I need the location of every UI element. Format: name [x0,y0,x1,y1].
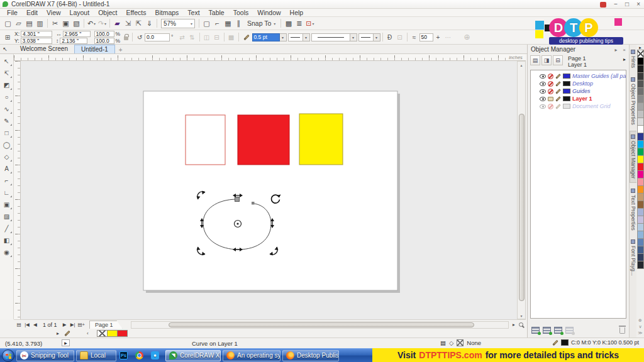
line-style-dropdown[interactable] [311,33,350,41]
menu-object[interactable]: Object [94,9,121,16]
menu-text[interactable]: Text [183,9,204,16]
scale-h-field[interactable]: 100.0 [94,31,114,37]
drawing-canvas[interactable] [21,61,517,319]
end-arrowhead-dropdown[interactable] [358,33,374,41]
options-button[interactable]: ▩ [283,18,294,29]
new-master-layer-all-button[interactable] [543,327,551,334]
taskbar-button-photoshop[interactable]: Ps [118,350,132,361]
last-page-button[interactable]: ▶| [70,322,76,327]
layer-edit-icon[interactable] [555,104,560,109]
show-grid-button[interactable]: ▦ [223,18,233,29]
layer-edit-icon[interactable] [555,74,560,79]
docker-close-icon[interactable]: × [623,47,626,53]
show-guidelines-button[interactable]: ∥ [233,18,244,29]
layer-color-swatch[interactable] [563,74,570,79]
layer-color-swatch[interactable] [563,89,570,94]
layer-color-swatch[interactable] [563,104,570,109]
object-properties-button[interactable]: ⊡ [395,32,405,42]
menu-window[interactable]: Window [253,9,285,16]
rotation-angle-field[interactable]: 0.0 [145,33,170,41]
line-style-caret-icon[interactable]: ▾ [350,33,357,41]
smoothing-field[interactable]: 50 [419,33,433,41]
start-arrowhead-dropdown[interactable] [288,33,303,41]
horizontal-scroll-thumb[interactable] [169,322,474,327]
weld-button[interactable]: ⊟ [212,32,222,42]
start-button[interactable] [2,349,14,362]
drop-shadow-tool[interactable]: ▣ [1,199,13,210]
zoom-tool[interactable]: ○ [1,92,13,102]
layer-row-desktop[interactable]: Desktop [531,80,626,87]
object-height-field[interactable]: 2.136 " [60,38,87,44]
docker-flyout-icon[interactable]: ▸ [615,47,618,53]
welcome-screen-dropdown-button[interactable]: ⊡▾ [304,18,315,29]
layer-edit-icon[interactable] [555,96,560,101]
doc-palette-color-swatch[interactable] [117,330,128,337]
add-page-button[interactable]: ▤+ [78,322,85,327]
group-button[interactable]: ▩ [226,32,236,42]
layer-row-master-guides-all-pages-[interactable]: Master Guides (all pages) [531,72,626,80]
doc-palette-no-color-swatch[interactable] [97,330,108,337]
corel-connect-button[interactable]: ▰ [112,18,123,29]
palette-scroll-left-icon[interactable]: ‹ [87,331,89,336]
object-width-field[interactable]: 2.965 " [63,31,91,37]
layer-print-icon[interactable] [548,74,553,79]
end-arrowhead-caret-icon[interactable]: ▾ [374,33,380,41]
menu-bitmaps[interactable]: Bitmaps [150,9,183,16]
new-document-button[interactable]: ▢ [3,18,13,29]
layer-row-layer-1[interactable]: Layer 1 [531,95,626,102]
layer-print-icon[interactable] [548,89,553,94]
menu-tools[interactable]: Tools [229,9,253,16]
show-object-properties-button[interactable]: ▤ [530,55,540,65]
layer-print-icon[interactable] [548,81,553,87]
copy-button[interactable]: ▣ [60,18,71,29]
taskbar-button-an-operating-syst-[interactable]: An operating syst... [223,350,280,361]
full-screen-preview-button[interactable]: ▢ [201,18,212,29]
text-tool[interactable]: A [1,163,13,174]
open-button[interactable]: ▱ [13,18,24,29]
color-eyedropper-tool[interactable]: ╱ [1,223,13,234]
taskbar-button-desktop-publishi-[interactable]: Desktop Publishi... [282,350,339,361]
layer-row-guides[interactable]: Guides [531,87,626,95]
wrap-text-button[interactable]: Ð [385,32,395,42]
application-launcher-button[interactable]: ≣ [294,18,304,29]
scroll-right-icon[interactable]: ▸ [511,322,517,327]
layer-visibility-icon[interactable] [540,104,546,109]
new-layer-button[interactable] [531,327,540,334]
layer-visibility-icon[interactable] [540,74,546,79]
interactive-fill-tool[interactable]: ◧ [1,235,13,246]
previous-page-button[interactable]: ◀ [32,322,38,327]
menu-layout[interactable]: Layout [65,9,94,16]
taskbar-button-coreldraw-x7-6-[interactable]: ◥CorelDRAW X7 (6... [165,350,221,361]
layer-manager-view-button[interactable]: ⊟ [553,55,563,65]
outline-rectangle[interactable] [186,115,225,165]
x-position-field[interactable]: 4.301 " [21,31,52,37]
paste-button[interactable]: ▧ [71,18,82,29]
taskbar-button-snipping-tool[interactable]: ✂Snipping Tool [16,350,74,361]
layer-color-swatch[interactable] [563,81,570,86]
menu-view[interactable]: View [42,9,65,16]
freehand-tool[interactable]: ∿ [1,104,13,114]
layer-print-icon[interactable] [548,97,553,101]
taskbar-button-app-blue[interactable]: ● [150,350,164,361]
save-button[interactable]: ▤ [24,18,35,29]
shape-tool[interactable]: ↸ [1,68,13,79]
import-button[interactable]: ⇲ [123,18,133,29]
pick-tool[interactable]: ↖ [1,56,13,67]
close-button[interactable]: × [636,1,640,8]
vertical-scrollbar[interactable]: ▴ ▾ [517,61,526,319]
menu-table[interactable]: Table [204,9,229,16]
layer-visibility-icon[interactable] [540,82,546,86]
restore-button[interactable]: □ [625,1,629,8]
docker-tab-object-manager[interactable]: Object Manager [630,131,636,182]
minimize-button[interactable]: − [614,1,618,8]
docker-tab-hints[interactable]: Hints [630,47,636,71]
zoom-level-combo[interactable]: 57%▾ [161,19,195,28]
tab-untitled-1[interactable]: Untitled-1 [74,45,115,53]
taskbar-button-chrome[interactable] [134,350,148,361]
layer-visibility-icon[interactable] [540,89,546,94]
convert-to-curves-button[interactable]: ⋯ [443,32,453,42]
layer-color-swatch[interactable] [563,96,570,101]
undo-button[interactable]: ↶▾ [86,18,97,29]
docker-tab-font-playg-[interactable]: Font Playg... [630,236,636,279]
zoom-tool-mini-icon[interactable] [519,322,523,327]
